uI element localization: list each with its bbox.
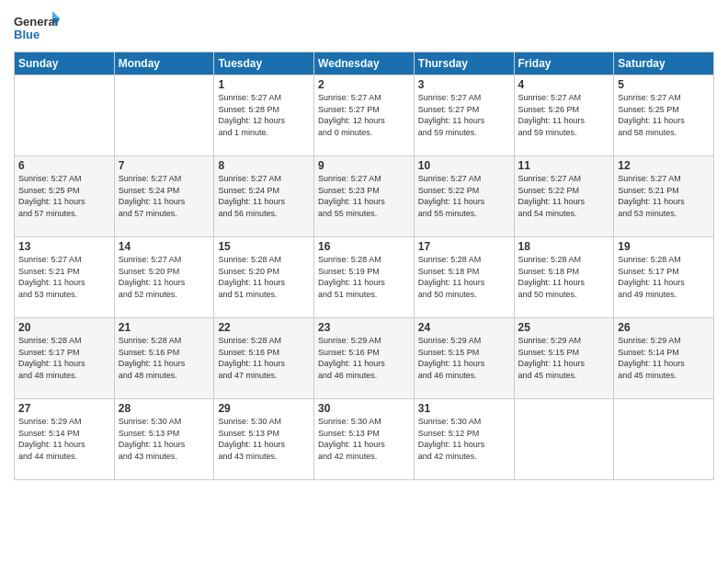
calendar-cell: 5Sunrise: 5:27 AM Sunset: 5:25 PM Daylig… bbox=[614, 75, 714, 156]
day-info: Sunrise: 5:27 AM Sunset: 5:28 PM Dayligh… bbox=[218, 92, 310, 138]
day-info: Sunrise: 5:28 AM Sunset: 5:16 PM Dayligh… bbox=[119, 335, 210, 381]
logo: General Blue bbox=[14, 9, 60, 46]
day-info: Sunrise: 5:28 AM Sunset: 5:20 PM Dayligh… bbox=[218, 254, 310, 300]
header-day: Tuesday bbox=[214, 52, 314, 75]
day-info: Sunrise: 5:30 AM Sunset: 5:13 PM Dayligh… bbox=[119, 416, 210, 462]
day-info: Sunrise: 5:27 AM Sunset: 5:27 PM Dayligh… bbox=[318, 92, 410, 138]
day-info: Sunrise: 5:27 AM Sunset: 5:24 PM Dayligh… bbox=[119, 173, 210, 219]
header-day: Sunday bbox=[15, 52, 115, 75]
calendar-cell: 6Sunrise: 5:27 AM Sunset: 5:25 PM Daylig… bbox=[15, 156, 115, 237]
day-number: 16 bbox=[318, 240, 410, 253]
day-number: 18 bbox=[518, 240, 610, 253]
calendar-cell: 8Sunrise: 5:27 AM Sunset: 5:24 PM Daylig… bbox=[214, 156, 314, 237]
day-info: Sunrise: 5:27 AM Sunset: 5:26 PM Dayligh… bbox=[518, 92, 610, 138]
day-info: Sunrise: 5:27 AM Sunset: 5:23 PM Dayligh… bbox=[318, 173, 410, 219]
calendar-cell: 14Sunrise: 5:27 AM Sunset: 5:20 PM Dayli… bbox=[114, 237, 214, 318]
day-info: Sunrise: 5:30 AM Sunset: 5:12 PM Dayligh… bbox=[418, 416, 510, 462]
day-info: Sunrise: 5:29 AM Sunset: 5:14 PM Dayligh… bbox=[18, 416, 110, 462]
calendar-cell: 10Sunrise: 5:27 AM Sunset: 5:22 PM Dayli… bbox=[414, 156, 514, 237]
calendar-cell bbox=[514, 399, 614, 480]
calendar-cell bbox=[114, 75, 214, 156]
calendar-cell: 30Sunrise: 5:30 AM Sunset: 5:13 PM Dayli… bbox=[314, 399, 415, 480]
day-info: Sunrise: 5:27 AM Sunset: 5:22 PM Dayligh… bbox=[418, 173, 510, 219]
day-info: Sunrise: 5:29 AM Sunset: 5:15 PM Dayligh… bbox=[418, 335, 510, 381]
calendar-cell: 25Sunrise: 5:29 AM Sunset: 5:15 PM Dayli… bbox=[514, 318, 614, 399]
header-row: SundayMondayTuesdayWednesdayThursdayFrid… bbox=[15, 52, 714, 75]
header: General Blue bbox=[14, 9, 714, 46]
day-number: 24 bbox=[418, 321, 510, 334]
day-info: Sunrise: 5:29 AM Sunset: 5:15 PM Dayligh… bbox=[518, 335, 610, 381]
day-number: 17 bbox=[418, 240, 510, 253]
calendar-cell: 24Sunrise: 5:29 AM Sunset: 5:15 PM Dayli… bbox=[414, 318, 514, 399]
day-number: 7 bbox=[119, 159, 210, 172]
calendar-cell: 27Sunrise: 5:29 AM Sunset: 5:14 PM Dayli… bbox=[15, 399, 115, 480]
svg-text:Blue: Blue bbox=[14, 28, 40, 41]
calendar-cell: 23Sunrise: 5:29 AM Sunset: 5:16 PM Dayli… bbox=[314, 318, 415, 399]
day-info: Sunrise: 5:30 AM Sunset: 5:13 PM Dayligh… bbox=[218, 416, 310, 462]
header-day: Thursday bbox=[414, 52, 514, 75]
logo-svg: General Blue bbox=[14, 9, 60, 46]
day-number: 11 bbox=[518, 159, 610, 172]
day-number: 22 bbox=[218, 321, 310, 334]
calendar-cell: 12Sunrise: 5:27 AM Sunset: 5:21 PM Dayli… bbox=[614, 156, 714, 237]
day-number: 4 bbox=[518, 78, 610, 91]
day-info: Sunrise: 5:27 AM Sunset: 5:20 PM Dayligh… bbox=[119, 254, 210, 300]
day-number: 14 bbox=[119, 240, 210, 253]
day-info: Sunrise: 5:28 AM Sunset: 5:17 PM Dayligh… bbox=[18, 335, 110, 381]
day-number: 1 bbox=[218, 78, 310, 91]
day-info: Sunrise: 5:27 AM Sunset: 5:27 PM Dayligh… bbox=[418, 92, 510, 138]
day-number: 26 bbox=[618, 321, 710, 334]
calendar-week: 13Sunrise: 5:27 AM Sunset: 5:21 PM Dayli… bbox=[15, 237, 714, 318]
day-number: 3 bbox=[418, 78, 510, 91]
day-info: Sunrise: 5:30 AM Sunset: 5:13 PM Dayligh… bbox=[318, 416, 410, 462]
calendar-cell: 20Sunrise: 5:28 AM Sunset: 5:17 PM Dayli… bbox=[15, 318, 115, 399]
svg-marker-2 bbox=[52, 11, 60, 18]
calendar-week: 27Sunrise: 5:29 AM Sunset: 5:14 PM Dayli… bbox=[15, 399, 714, 480]
calendar-cell bbox=[614, 399, 714, 480]
calendar-cell: 17Sunrise: 5:28 AM Sunset: 5:18 PM Dayli… bbox=[414, 237, 514, 318]
calendar-header: SundayMondayTuesdayWednesdayThursdayFrid… bbox=[15, 52, 714, 75]
day-info: Sunrise: 5:27 AM Sunset: 5:21 PM Dayligh… bbox=[18, 254, 110, 300]
day-number: 31 bbox=[418, 402, 510, 415]
calendar-cell: 7Sunrise: 5:27 AM Sunset: 5:24 PM Daylig… bbox=[114, 156, 214, 237]
day-info: Sunrise: 5:28 AM Sunset: 5:18 PM Dayligh… bbox=[418, 254, 510, 300]
calendar-cell: 26Sunrise: 5:29 AM Sunset: 5:14 PM Dayli… bbox=[614, 318, 714, 399]
day-number: 2 bbox=[318, 78, 410, 91]
day-info: Sunrise: 5:29 AM Sunset: 5:16 PM Dayligh… bbox=[318, 335, 410, 381]
day-number: 12 bbox=[618, 159, 710, 172]
calendar-cell: 1Sunrise: 5:27 AM Sunset: 5:28 PM Daylig… bbox=[214, 75, 314, 156]
day-number: 10 bbox=[418, 159, 510, 172]
day-info: Sunrise: 5:29 AM Sunset: 5:14 PM Dayligh… bbox=[618, 335, 710, 381]
calendar-cell bbox=[15, 75, 115, 156]
day-number: 19 bbox=[618, 240, 710, 253]
calendar-cell: 29Sunrise: 5:30 AM Sunset: 5:13 PM Dayli… bbox=[214, 399, 314, 480]
calendar-table: SundayMondayTuesdayWednesdayThursdayFrid… bbox=[14, 52, 714, 480]
calendar-cell: 9Sunrise: 5:27 AM Sunset: 5:23 PM Daylig… bbox=[314, 156, 415, 237]
header-day: Friday bbox=[514, 52, 614, 75]
day-info: Sunrise: 5:27 AM Sunset: 5:25 PM Dayligh… bbox=[618, 92, 710, 138]
calendar-cell: 31Sunrise: 5:30 AM Sunset: 5:12 PM Dayli… bbox=[414, 399, 514, 480]
day-number: 8 bbox=[218, 159, 310, 172]
day-number: 21 bbox=[119, 321, 210, 334]
calendar-cell: 3Sunrise: 5:27 AM Sunset: 5:27 PM Daylig… bbox=[414, 75, 514, 156]
page: General Blue SundayMondayTuesdayWednesda… bbox=[0, 0, 728, 563]
day-number: 25 bbox=[518, 321, 610, 334]
day-info: Sunrise: 5:27 AM Sunset: 5:25 PM Dayligh… bbox=[18, 173, 110, 219]
day-number: 20 bbox=[18, 321, 110, 334]
header-day: Wednesday bbox=[314, 52, 415, 75]
calendar-week: 1Sunrise: 5:27 AM Sunset: 5:28 PM Daylig… bbox=[15, 75, 714, 156]
day-info: Sunrise: 5:28 AM Sunset: 5:16 PM Dayligh… bbox=[218, 335, 310, 381]
day-info: Sunrise: 5:27 AM Sunset: 5:24 PM Dayligh… bbox=[218, 173, 310, 219]
calendar-cell: 21Sunrise: 5:28 AM Sunset: 5:16 PM Dayli… bbox=[114, 318, 214, 399]
day-number: 29 bbox=[218, 402, 310, 415]
calendar-cell: 22Sunrise: 5:28 AM Sunset: 5:16 PM Dayli… bbox=[214, 318, 314, 399]
calendar-cell: 15Sunrise: 5:28 AM Sunset: 5:20 PM Dayli… bbox=[214, 237, 314, 318]
calendar-cell: 11Sunrise: 5:27 AM Sunset: 5:22 PM Dayli… bbox=[514, 156, 614, 237]
day-number: 15 bbox=[218, 240, 310, 253]
calendar-cell: 19Sunrise: 5:28 AM Sunset: 5:17 PM Dayli… bbox=[614, 237, 714, 318]
day-number: 6 bbox=[18, 159, 110, 172]
day-info: Sunrise: 5:27 AM Sunset: 5:21 PM Dayligh… bbox=[618, 173, 710, 219]
day-info: Sunrise: 5:27 AM Sunset: 5:22 PM Dayligh… bbox=[518, 173, 610, 219]
header-day: Saturday bbox=[614, 52, 714, 75]
calendar-cell: 13Sunrise: 5:27 AM Sunset: 5:21 PM Dayli… bbox=[15, 237, 115, 318]
